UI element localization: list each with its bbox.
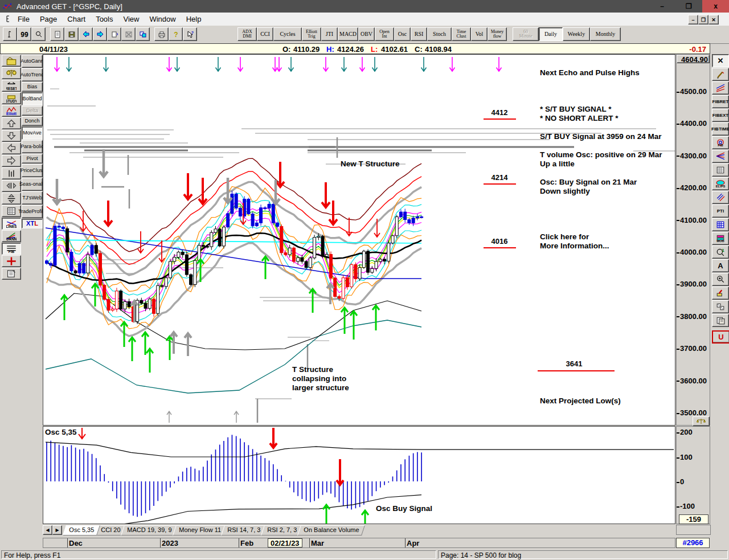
study-bias[interactable]: Bias bbox=[22, 82, 43, 92]
menu-chart[interactable]: Chart bbox=[62, 13, 91, 25]
menu-window[interactable]: Window bbox=[144, 13, 181, 25]
indicator-elliott-trig[interactable]: ElliottTrig bbox=[302, 27, 321, 41]
date-axis[interactable]: Dec2023FebMarApr02/21/23 bbox=[43, 538, 675, 548]
child-restore-button[interactable]: ❐ bbox=[698, 15, 708, 24]
timeframe-monthly[interactable]: Monthly bbox=[590, 27, 621, 41]
sidebar-tool-scroll-left[interactable] bbox=[2, 142, 21, 154]
indicator-macd[interactable]: MACD bbox=[338, 27, 358, 41]
eraser-tool[interactable] bbox=[712, 287, 729, 300]
study-auto-trend[interactable]: AutoTrend bbox=[22, 68, 43, 81]
study-tjs-web[interactable]: TJ'sWeb bbox=[22, 191, 43, 205]
indicator-open-int[interactable]: OpenInt bbox=[375, 27, 394, 41]
menu-view[interactable]: View bbox=[118, 13, 144, 25]
price-axis[interactable]: 4604.90 4500.004400.004300.004200.004100… bbox=[676, 54, 710, 426]
tab-rsi-2-7-3[interactable]: RSI 2, 7, 3 bbox=[261, 525, 303, 536]
child-close-button[interactable]: ✕ bbox=[708, 15, 719, 24]
indicator-osc[interactable]: Osc bbox=[394, 27, 411, 41]
rotate-page-icon[interactable] bbox=[107, 27, 121, 41]
new-page-icon[interactable] bbox=[50, 27, 64, 41]
tab-rsi-14-7-3[interactable]: RSI 14, 7, 3 bbox=[221, 525, 267, 536]
tab-osc-5-35[interactable]: Osc 5,35 bbox=[63, 525, 100, 536]
sidebar-tool-scroll-down[interactable] bbox=[2, 130, 21, 142]
sidebar-tool-fib[interactable]: FIB bbox=[2, 243, 21, 255]
menu-help[interactable]: Help bbox=[181, 13, 207, 25]
sidebar-tool-scroll-up[interactable] bbox=[2, 117, 21, 129]
tab-scroll-right-button[interactable]: ▶ bbox=[52, 525, 62, 535]
pti-tool[interactable]: PTI bbox=[712, 205, 729, 218]
next-page-icon[interactable] bbox=[93, 27, 107, 41]
fan-tool[interactable] bbox=[712, 150, 729, 163]
save-icon[interactable] bbox=[64, 27, 79, 41]
parallel-lines-tool[interactable] bbox=[712, 191, 729, 204]
sidebar-tool-reset[interactable]: RESET bbox=[2, 80, 21, 92]
study-delta[interactable]: Delta bbox=[22, 106, 43, 116]
fib-extension-tool[interactable]: FIBEXT bbox=[712, 109, 729, 122]
sidebar-tool-lines[interactable]: LINES bbox=[2, 218, 21, 230]
regression-grid-tool[interactable] bbox=[712, 218, 729, 231]
study-bol-band[interactable]: BolBand bbox=[22, 92, 43, 105]
context-help-icon[interactable]: ? bbox=[183, 27, 197, 41]
study-donch[interactable]: Donch bbox=[22, 116, 43, 126]
print-icon[interactable] bbox=[154, 27, 169, 41]
sidebar-tool-crosshair[interactable] bbox=[2, 255, 21, 267]
study-info-tool[interactable]: 1 bbox=[712, 246, 729, 259]
menu-file[interactable]: File bbox=[13, 13, 35, 25]
indicator-vol[interactable]: Vol bbox=[471, 27, 488, 41]
oscillator-axis[interactable]: 2001000-100 -159 bbox=[676, 426, 710, 524]
menu-page[interactable]: Page bbox=[35, 13, 62, 25]
timeframe-weekly[interactable]: Weekly bbox=[563, 27, 590, 41]
quotes-icon[interactable]: 99 bbox=[17, 27, 31, 41]
sidebar-tool-open-chart[interactable] bbox=[2, 55, 21, 67]
fib-retracement-tool[interactable]: FIBRET bbox=[712, 95, 729, 108]
ellipse-tool[interactable]: ELiPS bbox=[712, 177, 729, 190]
study-trade-profile[interactable]: TradeProfile bbox=[22, 205, 43, 218]
delete-all-tool[interactable] bbox=[712, 300, 729, 313]
study-xtl[interactable]: XTL bbox=[22, 219, 43, 228]
search-icon[interactable] bbox=[31, 27, 46, 41]
tab-macd-19-39-9[interactable]: MACD 19, 39, 9 bbox=[121, 525, 178, 536]
tile-pages-icon[interactable] bbox=[136, 27, 150, 41]
indicator-money-flow[interactable]: Moneyflow bbox=[488, 27, 507, 41]
tab-on-balance-volume[interactable]: On Balance Volume bbox=[297, 525, 365, 536]
close-button[interactable]: x bbox=[702, 0, 729, 13]
tab-scroll-left-button[interactable]: ◀ bbox=[43, 525, 52, 535]
grid-tool[interactable] bbox=[712, 163, 729, 177]
timeframe-daily[interactable]: Daily bbox=[539, 27, 563, 41]
sidebar-tool-gann[interactable]: GANN bbox=[2, 230, 21, 242]
child-minimize-button[interactable]: – bbox=[688, 15, 698, 24]
indicator-cci[interactable]: CCI bbox=[257, 27, 273, 41]
timeframe-60-minute[interactable]: 60Minute bbox=[513, 27, 539, 41]
indicator-rsi[interactable]: RSI bbox=[411, 27, 427, 41]
sidebar-tool-study[interactable]: STUDY bbox=[2, 92, 21, 104]
oscillator-panel[interactable]: Osc 5,35Osc Buy Signal bbox=[43, 426, 675, 524]
indicator-jti[interactable]: JTI bbox=[321, 27, 338, 41]
sidebar-tool-compare[interactable] bbox=[2, 67, 21, 79]
sidebar-tool-compress-vertical[interactable] bbox=[2, 193, 21, 205]
magnet-tool[interactable]: U bbox=[712, 330, 729, 344]
study-seas--onals[interactable]: Seas-onals bbox=[22, 178, 43, 191]
fib-circle-tool[interactable]: FIB bbox=[712, 136, 729, 149]
pencil-tool[interactable] bbox=[712, 68, 729, 81]
sidebar-tool-scroll-right[interactable] bbox=[2, 155, 21, 167]
indicator-obv[interactable]: OBV bbox=[358, 27, 375, 41]
restore-button[interactable]: ❐ bbox=[675, 0, 702, 13]
main-chart[interactable]: 4412421440163641Next Echo and Pulse High… bbox=[43, 54, 675, 426]
indicator-stoch[interactable]: Stoch bbox=[427, 27, 452, 41]
sidebar-tool-elliott[interactable]: Elliott bbox=[2, 105, 21, 117]
indicator-adx-dmi[interactable]: ADXDMI bbox=[237, 27, 257, 41]
mob-tool[interactable]: MOB bbox=[712, 232, 729, 245]
prev-page-icon[interactable] bbox=[79, 27, 93, 41]
minimize-button[interactable]: – bbox=[649, 0, 675, 13]
fib-time-tool[interactable]: FIBTIME bbox=[712, 122, 729, 136]
tab-money-flow-11[interactable]: Money Flow 11 bbox=[173, 525, 227, 536]
trendlines-tool[interactable] bbox=[712, 81, 729, 95]
zoom-tool[interactable] bbox=[712, 273, 729, 286]
menu-tools[interactable]: Tools bbox=[91, 13, 118, 25]
sidebar-tool-bar-width[interactable] bbox=[2, 167, 21, 179]
study-auto-gann[interactable]: AutoGann bbox=[22, 55, 43, 68]
pointer-close-tool[interactable]: ✕ bbox=[712, 54, 729, 67]
indicator-time-clust[interactable]: TimeClust bbox=[452, 27, 471, 41]
study-pivot[interactable]: Pivot bbox=[22, 154, 43, 163]
study-para--bolic[interactable]: Para-bolic bbox=[22, 140, 43, 153]
sidebar-tool-expand-horizontal[interactable] bbox=[2, 180, 21, 192]
